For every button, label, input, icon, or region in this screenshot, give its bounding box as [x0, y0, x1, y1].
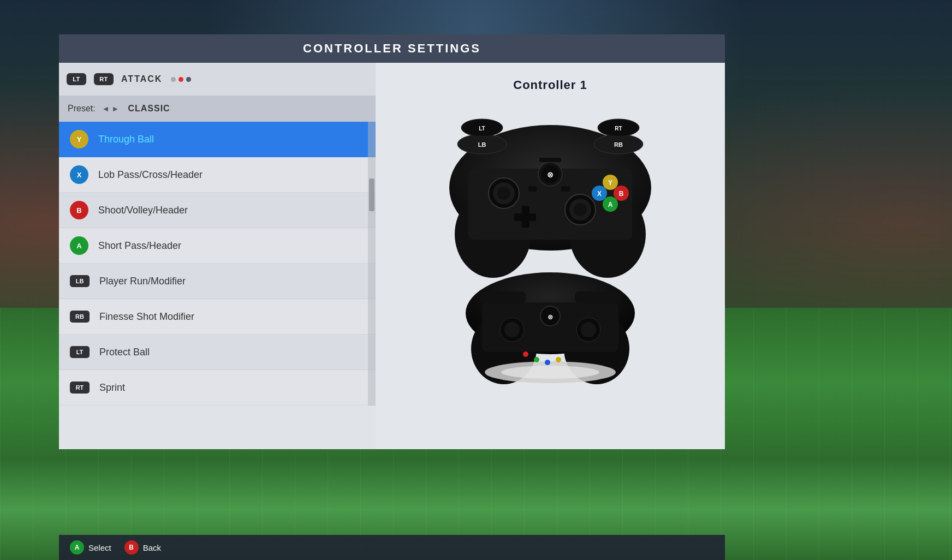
list-item[interactable]: RB Finesse Shot Modifier [59, 299, 376, 335]
svg-point-43 [581, 322, 596, 337]
list-item[interactable]: A Short Pass/Header [59, 228, 376, 264]
svg-point-48 [523, 352, 528, 357]
controller-area: LB RB LT RT ⊗ [414, 98, 687, 403]
item-label-7: Sprint [99, 382, 125, 394]
preset-value: CLASSIC [128, 104, 170, 114]
b-hint-icon: B [124, 540, 139, 555]
left-panel: LT RT ATTACK Preset: ◄ ► CLASSIC Y Throu… [59, 63, 376, 449]
x-button-icon: X [70, 165, 88, 184]
svg-rect-32 [561, 186, 570, 192]
svg-rect-44 [479, 291, 526, 303]
page-title: CONTROLLER SETTINGS [303, 41, 481, 56]
controller-svg: LB RB LT RT ⊗ [414, 98, 687, 398]
preset-arrows[interactable]: ◄ ► [102, 104, 120, 113]
svg-text:⊗: ⊗ [547, 170, 554, 179]
right-panel: Controller 1 [376, 63, 725, 449]
list-item[interactable]: B Shoot/Volley/Header [59, 193, 376, 228]
svg-point-47 [501, 366, 599, 379]
item-label-1: Lob Pass/Cross/Header [98, 169, 203, 181]
b-button-icon: B [70, 201, 88, 219]
rt-button-icon-list: RT [70, 382, 90, 394]
svg-text:B: B [619, 190, 624, 198]
list-area: Y Through Ball X Lob Pass/Cross/Header B… [59, 122, 376, 406]
svg-text:X: X [597, 190, 602, 198]
svg-point-17 [497, 187, 510, 200]
list-item[interactable]: X Lob Pass/Cross/Header [59, 157, 376, 193]
svg-text:LB: LB [478, 141, 486, 148]
list-item[interactable]: Y Through Ball [59, 122, 376, 157]
item-label-4: Player Run/Modifier [99, 276, 186, 287]
tab-label: ATTACK [121, 74, 162, 84]
a-button-icon: A [70, 236, 88, 255]
item-label-5: Finesse Shot Modifier [99, 311, 194, 323]
svg-text:A: A [608, 201, 613, 208]
preset-bar: Preset: ◄ ► CLASSIC [59, 96, 376, 122]
rb-button-icon: RB [70, 311, 90, 323]
svg-point-49 [534, 357, 539, 362]
preset-right-arrow[interactable]: ► [112, 104, 120, 113]
list-item[interactable]: LB Player Run/Modifier [59, 264, 376, 299]
svg-rect-45 [575, 291, 621, 303]
svg-text:RB: RB [614, 141, 623, 148]
svg-text:Y: Y [608, 179, 612, 187]
hint-back: B Back [124, 540, 161, 555]
header-bar: CONTROLLER SETTINGS [59, 34, 725, 63]
scrollbar[interactable] [368, 122, 376, 406]
lt-button[interactable]: LT [67, 73, 86, 85]
lb-button-icon: LB [70, 275, 90, 287]
rt-button[interactable]: RT [94, 73, 114, 85]
tab-bar: LT RT ATTACK [59, 63, 376, 96]
preset-left-arrow[interactable]: ◄ [102, 104, 110, 113]
item-label-6: Protect Ball [99, 347, 150, 358]
item-label-3: Short Pass/Header [98, 240, 181, 252]
list-item[interactable]: RT Sprint [59, 370, 376, 406]
hint-back-label: Back [143, 543, 161, 552]
item-label-0: Through Ball [98, 134, 154, 145]
dot-3 [186, 77, 191, 82]
svg-point-50 [545, 360, 550, 365]
svg-text:LT: LT [479, 126, 485, 132]
svg-text:RT: RT [615, 126, 622, 132]
controller-title: Controller 1 [513, 78, 587, 92]
svg-rect-33 [539, 158, 561, 162]
svg-rect-22 [514, 213, 536, 221]
scroll-thumb[interactable] [369, 178, 374, 211]
dot-1 [171, 77, 176, 82]
preset-label: Preset: [68, 104, 96, 114]
svg-point-20 [574, 203, 587, 216]
dots-row [171, 77, 191, 82]
svg-text:⊗: ⊗ [548, 313, 553, 321]
bottom-bar: A Select B Back [59, 535, 725, 560]
a-hint-icon: A [70, 540, 84, 555]
y-button-icon: Y [70, 130, 88, 148]
dot-2 [178, 77, 183, 82]
hint-select-label: Select [88, 543, 111, 552]
svg-point-51 [556, 357, 561, 362]
lt-button-icon: LT [70, 346, 90, 358]
svg-point-41 [504, 322, 520, 337]
hint-select: A Select [70, 540, 111, 555]
svg-rect-31 [528, 186, 537, 192]
item-label-2: Shoot/Volley/Header [98, 205, 188, 216]
list-item[interactable]: LT Protect Ball [59, 335, 376, 370]
